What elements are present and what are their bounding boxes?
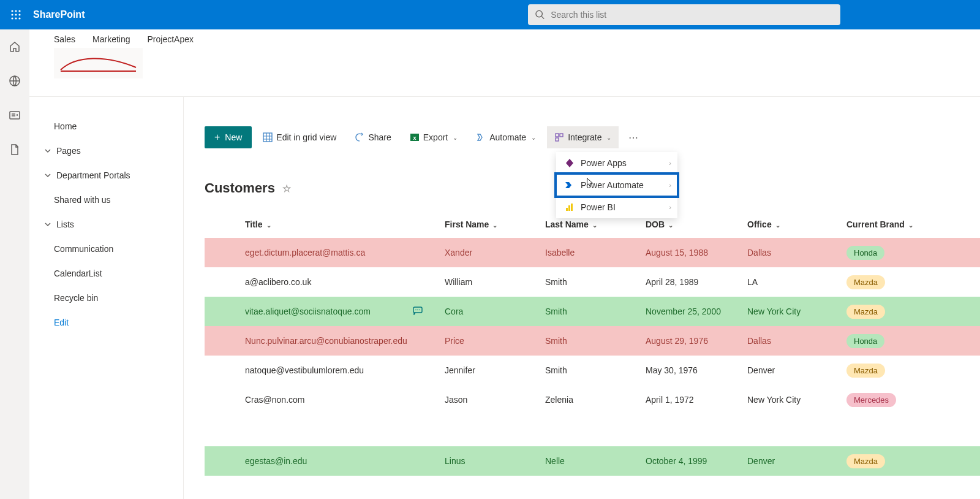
table-row[interactable]: Cras@non.comJasonZeleniaApril 1, 1972New… [205, 385, 980, 414]
home-icon[interactable] [9, 40, 21, 53]
cell-firstname: William [445, 277, 545, 287]
globe-icon[interactable] [9, 75, 21, 87]
col-dob[interactable]: DOB⌄ [646, 219, 747, 229]
chevron-down-icon: ⌄ [266, 222, 271, 229]
table-row[interactable]: egestas@in.eduLinusNelleOctober 4, 1999D… [205, 446, 980, 476]
app-launcher-icon[interactable] [5, 4, 27, 26]
svg-point-23 [419, 309, 420, 310]
col-firstname[interactable]: First Name⌄ [445, 219, 545, 229]
cell-title: Nunc.pulvinar.arcu@conubianostraper.edu [245, 336, 407, 346]
cell-title: a@aclibero.co.uk [245, 277, 311, 287]
cell-title: eget.dictum.placerat@mattis.ca [245, 248, 365, 257]
command-bar: +New Edit in grid view Share x Export⌄ A… [205, 123, 980, 152]
svg-point-21 [415, 309, 417, 310]
cell-office: New York City [747, 307, 846, 316]
edit-grid-button[interactable]: Edit in grid view [255, 126, 344, 148]
svg-point-7 [15, 17, 17, 19]
svg-point-5 [18, 13, 20, 15]
table-row[interactable]: natoque@vestibulumlorem.eduJenniferSmith… [205, 356, 980, 385]
hub-nav-marketing[interactable]: Marketing [92, 34, 130, 44]
cursor-icon [586, 178, 595, 188]
powerapps-icon [565, 158, 575, 168]
svg-text:x: x [413, 135, 416, 141]
svg-rect-16 [556, 138, 559, 141]
cell-title: egestas@in.edu [245, 456, 307, 466]
table-row[interactable]: vitae.aliquet@sociisnatoque.comCoraSmith… [205, 297, 980, 326]
cell-office: Denver [747, 365, 846, 375]
cell-office: Dallas [747, 336, 846, 346]
integrate-menu: Power Apps› Power Automate› Power BI› [556, 152, 677, 218]
share-button[interactable]: Share [347, 126, 398, 148]
chevron-right-icon: › [669, 159, 671, 167]
integrate-icon [554, 132, 564, 142]
more-button[interactable]: ⋯ [622, 132, 644, 143]
brand-badge: Mazda [846, 275, 885, 289]
share-icon [355, 132, 364, 142]
hub-nav-projectapex[interactable]: ProjectApex [148, 34, 194, 44]
svg-rect-17 [566, 208, 568, 211]
cell-office: Dallas [747, 248, 846, 257]
nav-communication[interactable]: Communication [29, 237, 183, 261]
new-button[interactable]: +New [205, 126, 252, 148]
cell-dob: November 25, 2000 [646, 307, 747, 316]
col-title[interactable]: Title⌄ [244, 219, 445, 229]
search-input[interactable] [551, 10, 833, 20]
hub-nav-sales[interactable]: Sales [54, 34, 75, 44]
nav-lists[interactable]: Lists [29, 212, 183, 237]
comment-icon[interactable] [413, 307, 423, 317]
col-office[interactable]: Office⌄ [747, 219, 846, 229]
site-logo[interactable] [54, 48, 143, 78]
nav-edit[interactable]: Edit [29, 310, 183, 335]
nav-pages[interactable]: Pages [29, 139, 183, 163]
chevron-down-icon: ⌄ [908, 222, 913, 229]
col-lastname[interactable]: Last Name⌄ [545, 219, 646, 229]
search-icon [535, 10, 545, 20]
file-icon[interactable] [9, 143, 21, 156]
menu-power-apps[interactable]: Power Apps› [556, 152, 677, 174]
menu-power-automate[interactable]: Power Automate› [556, 174, 677, 196]
brand-badge: Honda [846, 334, 884, 348]
cell-lastname: Smith [545, 336, 646, 346]
svg-point-0 [11, 10, 13, 12]
search-box[interactable] [528, 4, 840, 25]
export-button[interactable]: x Export⌄ [402, 126, 465, 148]
table-row[interactable]: eget.dictum.placerat@mattis.caXanderIsab… [205, 238, 980, 267]
cell-title: vitae.aliquet@sociisnatoque.com [245, 307, 371, 316]
nav-shared[interactable]: Shared with us [29, 188, 183, 212]
powerbi-icon [565, 202, 575, 212]
chevron-down-icon: ⌄ [531, 134, 536, 141]
cell-lastname: Isabelle [545, 248, 646, 257]
chevron-down-icon: ⌄ [668, 222, 673, 229]
excel-icon: x [410, 132, 420, 142]
nav-recycle-bin[interactable]: Recycle bin [29, 286, 183, 310]
automate-button[interactable]: Automate⌄ [469, 126, 543, 148]
app-rail [0, 29, 29, 499]
powerautomate-icon [565, 180, 575, 190]
cell-title: Cras@non.com [245, 395, 304, 405]
cell-dob: August 29, 1976 [646, 336, 747, 346]
cell-firstname: Jason [445, 395, 545, 405]
favorite-icon[interactable]: ☆ [282, 183, 291, 194]
brand-badge: Mazda [846, 454, 885, 468]
flow-icon [476, 132, 486, 142]
cell-office: New York City [747, 395, 846, 405]
nav-home[interactable]: Home [29, 114, 183, 139]
cell-firstname: Jennifer [445, 365, 545, 375]
chevron-right-icon: › [669, 204, 671, 211]
news-icon[interactable] [9, 109, 21, 121]
table-row[interactable]: Nunc.pulvinar.arcu@conubianostraper.eduP… [205, 326, 980, 356]
svg-rect-11 [263, 133, 272, 142]
table-row[interactable]: a@aclibero.co.ukWilliamSmithApril 28, 19… [205, 267, 980, 297]
nav-department-portals[interactable]: Department Portals [29, 163, 183, 188]
menu-power-bi[interactable]: Power BI› [556, 196, 677, 218]
chevron-down-icon: ⌄ [492, 222, 497, 229]
nav-calendarlist[interactable]: CalendarList [29, 261, 183, 286]
chevron-down-icon: ⌄ [592, 222, 597, 229]
col-brand[interactable]: Current Brand⌄ [846, 219, 944, 229]
brand-badge: Honda [846, 246, 884, 260]
cell-dob: August 15, 1988 [646, 248, 747, 257]
site-nav: Home Pages Department Portals Shared wit… [29, 97, 184, 499]
chevron-down-icon: ⌄ [453, 134, 458, 141]
integrate-button[interactable]: Integrate⌄ [547, 126, 619, 148]
list-table: Title⌄ First Name⌄ Last Name⌄ DOB⌄ Offic… [205, 211, 980, 476]
